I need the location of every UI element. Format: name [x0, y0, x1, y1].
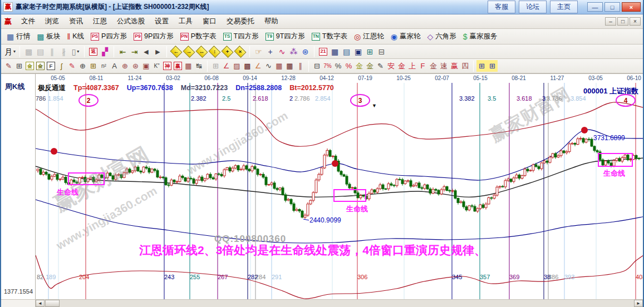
draw-icon-24[interactable]: ∠ [253, 60, 263, 72]
draw-icon-1[interactable]: ⊞ [14, 60, 24, 72]
titlebar-button-3[interactable]: 主页 [550, 1, 578, 13]
nav-icon-34[interactable]: ⊟ [376, 46, 387, 58]
nav-icon-9[interactable]: ▞ [99, 46, 111, 58]
draw-icon-39[interactable]: 上 [407, 60, 417, 72]
draw-icon-22[interactable]: ▨ [232, 60, 242, 72]
draw-icon-5[interactable]: ʃ [56, 60, 67, 72]
draw-icon-15[interactable]: 神 [162, 60, 173, 72]
draw-icon-42[interactable]: 速 [439, 60, 449, 72]
mdi-minimize-button[interactable]: – [605, 17, 616, 26]
draw-icon-36[interactable]: ✎ [375, 60, 386, 72]
menu-文件[interactable]: 文件 [16, 14, 40, 28]
nav-icon-14[interactable]: ► [152, 46, 164, 58]
titlebar-button-1[interactable]: 客服 [488, 1, 515, 13]
menu-窗口[interactable]: 窗口 [198, 14, 222, 28]
tool-六角形[interactable]: ◇六角形 [424, 30, 459, 43]
tool-P数字表[interactable]: PNP数字表 [177, 30, 220, 43]
nav-icon-2[interactable]: ▩ [23, 46, 35, 58]
nav-icon-5[interactable]: ∦ [58, 46, 70, 58]
scroll-left-button[interactable]: ◄ [36, 300, 45, 307]
nav-period-month[interactable]: 月▾ [3, 46, 17, 58]
draw-icon-27[interactable]: ▦ [284, 60, 295, 72]
draw-icon-2[interactable]: 金 [24, 60, 35, 72]
draw-icon-31[interactable]: 7% [322, 60, 333, 72]
nav-icon-17[interactable]: → [183, 47, 195, 57]
tool-赢家服务[interactable]: $赢家服务 [460, 30, 501, 43]
draw-icon-20[interactable]: ⊞ [210, 60, 221, 72]
scroll-right-button[interactable]: ► [634, 300, 643, 307]
mdi-restore-button[interactable]: □ [617, 17, 628, 26]
nav-icon-29[interactable]: 21 [317, 46, 329, 58]
nav-icon-3[interactable]: ▤ [35, 46, 46, 58]
tool-T数字表[interactable]: TNT数字表 [308, 30, 351, 43]
nav-icon-18[interactable]: ↔ [196, 47, 208, 57]
draw-icon-32[interactable]: % [333, 60, 343, 72]
draw-icon-43[interactable]: 赢 [449, 60, 460, 72]
draw-icon-46[interactable]: ⊞ [476, 60, 487, 72]
draw-icon-7[interactable]: ⊕ [77, 60, 88, 72]
nav-icon-13[interactable]: ◄ [140, 46, 152, 58]
minimize-button[interactable]: — [587, 2, 603, 12]
menu-交易委托[interactable]: 交易委托 [222, 14, 259, 28]
draw-icon-40[interactable]: F [417, 60, 428, 72]
draw-icon-0[interactable]: ✎ [3, 60, 14, 72]
draw-icon-37[interactable]: 安 [386, 60, 396, 72]
nav-icon-4[interactable]: ∥ [46, 46, 58, 58]
tool-P四方形[interactable]: PSP四方形 [87, 30, 130, 43]
draw-icon-26[interactable]: ▦ [274, 60, 284, 72]
draw-icon-13[interactable]: ▣ [141, 60, 151, 72]
menu-资讯[interactable]: 资讯 [64, 14, 88, 28]
draw-icon-16[interactable]: 赢 [173, 60, 183, 72]
tool-行情[interactable]: ▦行情 [3, 30, 33, 43]
draw-icon-18[interactable]: ↹ [194, 60, 204, 72]
tool-江恩轮[interactable]: ◎江恩轮 [351, 30, 387, 43]
titlebar-button-2[interactable]: 论坛 [519, 1, 547, 13]
nav-icon-8[interactable]: 返 [87, 46, 99, 58]
draw-icon-21[interactable]: ∠ [221, 60, 232, 72]
tool-T四方形[interactable]: TST四方形 [220, 30, 262, 43]
nav-icon-27[interactable]: ⊛ [299, 46, 311, 58]
nav-icon-33[interactable]: ⊞ [364, 46, 376, 58]
close-button[interactable]: × [622, 2, 641, 12]
nav-icon-6[interactable]: ▯▾ [70, 46, 81, 58]
tool-板块[interactable]: ▩板块 [33, 30, 63, 43]
nav-icon-24[interactable]: + [264, 46, 276, 58]
draw-icon-41[interactable]: 金 [428, 60, 439, 72]
nav-icon-11[interactable]: ⇤ [117, 46, 129, 58]
scrollbar-track[interactable] [60, 300, 634, 307]
tool-9P四方形[interactable]: P99P四方形 [130, 30, 177, 43]
draw-icon-10[interactable]: A [109, 60, 120, 72]
scrollbar-thumb[interactable] [45, 300, 60, 307]
draw-icon-6[interactable]: ✎ [67, 60, 77, 72]
menu-公式选股[interactable]: 公式选股 [112, 14, 150, 28]
draw-icon-35[interactable]: 金 [365, 60, 375, 72]
draw-icon-33[interactable]: % [343, 60, 354, 72]
nav-icon-32[interactable]: ▣ [352, 46, 364, 58]
nav-icon-26[interactable]: ⁂ [288, 46, 299, 58]
draw-icon-34[interactable]: 金 [354, 60, 365, 72]
draw-icon-47[interactable]: ⊞ [487, 60, 498, 72]
tool-K线[interactable]: ‖K线 [63, 30, 87, 43]
menu-工具[interactable]: 工具 [174, 14, 198, 28]
mdi-close-button[interactable]: × [630, 17, 641, 26]
draw-icon-38[interactable]: 金 [396, 60, 407, 72]
draw-icon-17[interactable]: ▦ [183, 60, 194, 72]
draw-icon-23[interactable]: ▩ [242, 60, 253, 72]
maximize-button[interactable]: □ [604, 2, 620, 12]
menu-浏览[interactable]: 浏览 [40, 14, 64, 28]
nav-icon-16[interactable]: ← [170, 47, 182, 57]
tool-9T四方形[interactable]: T99T四方形 [262, 30, 308, 43]
nav-icon-21[interactable]: × [234, 47, 246, 57]
menu-帮助[interactable]: 帮助 [259, 14, 283, 28]
nav-icon-19[interactable]: ↕ [209, 47, 220, 57]
nav-icon-20[interactable]: + [222, 47, 233, 57]
draw-icon-44[interactable]: 四 [460, 60, 470, 72]
nav-icon-23[interactable]: ☞ [253, 46, 264, 58]
horizontal-scrollbar[interactable]: ◄ ► [1, 299, 643, 307]
nav-icon-31[interactable]: ▤ [341, 46, 352, 58]
draw-icon-12[interactable]: ⊛ [130, 60, 141, 72]
draw-icon-30[interactable]: ⊟ [312, 60, 322, 72]
nav-icon-12[interactable]: ⇥ [129, 46, 140, 58]
tool-赢家轮[interactable]: ◉赢家轮 [387, 30, 424, 43]
draw-icon-9[interactable]: n² [99, 60, 109, 72]
